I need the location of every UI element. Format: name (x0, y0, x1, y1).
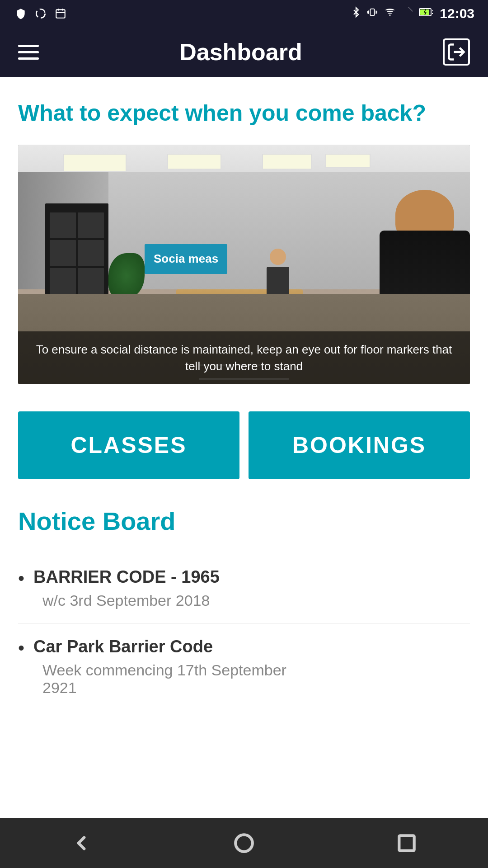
home-button[interactable] (226, 825, 262, 861)
header: Dashboard (0, 27, 488, 77)
ceiling-light (63, 154, 127, 172)
classes-button[interactable]: CLASSES (18, 411, 239, 479)
action-buttons: CLASSES BOOKINGS (18, 411, 470, 479)
social-distance-sign: Socia meas (145, 244, 227, 274)
bookings-button[interactable]: BOOKINGS (249, 411, 470, 479)
svg-rect-21 (399, 835, 414, 850)
svg-point-10 (389, 14, 391, 16)
notice-date-1: w/c 3rd September 2018 (18, 592, 470, 609)
battery-icon (419, 7, 433, 20)
notice-title-2: Car Park Barrier Code (33, 637, 213, 656)
ceiling-light (167, 154, 221, 170)
svg-point-0 (36, 9, 45, 18)
notice-board-title: Notice Board (18, 506, 470, 536)
bottom-spacer (18, 710, 470, 760)
hero-heading: What to expect when you come back? (18, 99, 470, 127)
notice-date-2: Week commencing 17th September2921 (18, 661, 470, 697)
board-grid (50, 212, 104, 294)
ceiling-light (325, 154, 371, 168)
gym-scene: Socia meas To ensure a social distance i… (18, 145, 470, 384)
vibrate-icon (367, 6, 377, 21)
bullet-2: • (18, 639, 24, 657)
notice-item-1[interactable]: • BARRIER CODE - 1965 w/c 3rd September … (18, 554, 470, 623)
logout-button[interactable] (443, 38, 470, 66)
recent-apps-button[interactable] (389, 825, 425, 861)
status-icons-left (14, 6, 68, 21)
calendar-icon (53, 6, 68, 21)
wifi-icon (384, 7, 396, 20)
page-title: Dashboard (179, 38, 302, 66)
bluetooth-icon (351, 6, 361, 21)
shield-icon (14, 6, 28, 21)
back-button[interactable] (63, 825, 99, 861)
signal-off-icon (403, 7, 413, 20)
menu-button[interactable] (18, 45, 39, 60)
svg-rect-11 (407, 7, 413, 12)
svg-rect-5 (371, 9, 375, 16)
sync-icon (33, 6, 48, 21)
clock: 12:03 (440, 6, 474, 21)
svg-rect-1 (56, 9, 65, 18)
notice-board: Notice Board • BARRIER CODE - 1965 w/c 3… (18, 506, 470, 710)
bullet-1: • (18, 569, 24, 587)
status-icons-right: 12:03 (351, 6, 474, 21)
video-container[interactable]: Socia meas To ensure a social distance i… (18, 145, 470, 384)
notice-item-2[interactable]: • Car Park Barrier Code Week commencing … (18, 623, 470, 710)
ceiling-light (262, 154, 312, 170)
video-caption: To ensure a social distance is maintaine… (18, 331, 470, 384)
display-board (45, 203, 108, 303)
bottom-nav (0, 818, 488, 868)
svg-point-20 (235, 835, 253, 852)
status-bar: 12:03 (0, 0, 488, 27)
main-content: What to expect when you come back? (0, 77, 488, 760)
notice-title-1: BARRIER CODE - 1965 (33, 567, 220, 587)
